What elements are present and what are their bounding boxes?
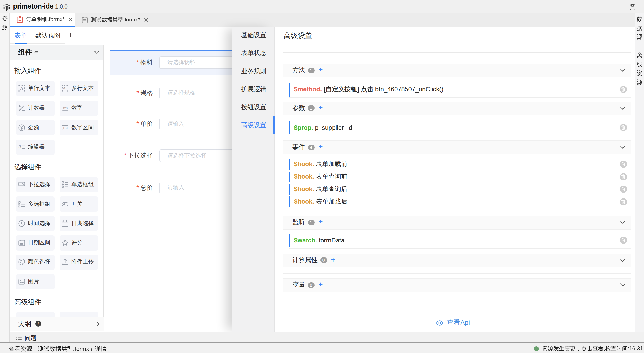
svg-text:A: A xyxy=(18,144,22,149)
svg-text:1~3: 1~3 xyxy=(62,126,67,129)
svg-text:A: A xyxy=(20,86,23,91)
svg-text:123: 123 xyxy=(62,106,67,110)
svg-text:A: A xyxy=(63,86,66,90)
